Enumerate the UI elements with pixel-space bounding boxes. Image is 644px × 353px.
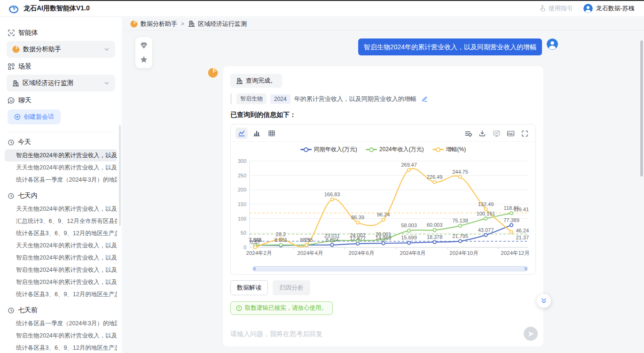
gem-icon[interactable]: [140, 41, 148, 50]
fullscreen-button[interactable]: [518, 128, 531, 139]
agent-selected-value: 数据分析助手: [23, 45, 61, 54]
svg-text:166.83: 166.83: [324, 192, 340, 197]
usage-guide-label: 使用指引: [549, 4, 573, 13]
app-logo-icon: [8, 2, 20, 15]
sidebar-scrollbar[interactable]: [119, 125, 121, 226]
breadcrumb: 数据分析助手 > 区域经济运行监测: [123, 17, 644, 31]
history-item[interactable]: 智启生物2024年的累计营业收入，以及同期...: [5, 330, 117, 342]
send-button[interactable]: [524, 327, 538, 341]
user-message-row: 智启生物2024年的累计营业收入，以及同期营业收入的增幅: [358, 38, 558, 55]
history-item[interactable]: 统计各区县3、6、9、12月的地区生产总值...: [5, 288, 117, 300]
building-icon: [12, 80, 19, 87]
svg-text:300: 300: [238, 158, 246, 164]
sidebar-divider: [8, 132, 114, 132]
bar-chart-view-button[interactable]: [251, 128, 263, 139]
legend-item[interactable]: 2024年收入(万元): [366, 146, 424, 153]
user-avatar: [547, 38, 558, 50]
history-group-title: 七天内: [8, 192, 114, 200]
assistant-pie-icon: [130, 20, 138, 28]
history-item[interactable]: 天天生物2024年的累计营业收入，以及同期...: [5, 161, 117, 174]
svg-text:24.002: 24.002: [350, 232, 366, 238]
svg-text:0: 0: [243, 245, 246, 250]
data-interpret-button[interactable]: 数据解读: [230, 280, 268, 295]
plus-circle-icon: [14, 114, 21, 120]
chart-datazoom-slider[interactable]: [252, 266, 528, 271]
attribution-analysis-button[interactable]: 归因分析: [273, 280, 310, 295]
sql-button[interactable]: SQL: [504, 128, 517, 139]
assistant-pie-icon: [12, 46, 20, 53]
history-item[interactable]: 统计各区县3、6、9、12月的地区生产总值...: [5, 227, 117, 239]
breadcrumb-assistant[interactable]: 数据分析助手: [130, 20, 177, 28]
chat-input[interactable]: [230, 330, 517, 338]
favorite-toolcard: [135, 37, 152, 68]
scene-select[interactable]: 区域经济运行监测: [7, 75, 115, 92]
svg-text:2024年4月: 2024年4月: [298, 250, 323, 256]
input-panel-handle[interactable]: [224, 316, 290, 321]
svg-text:226.49: 226.49: [427, 174, 443, 180]
query-status-pill: 查询完成。: [230, 74, 282, 88]
history-item[interactable]: 智启生物2024年的累计营业收入，以及同期...: [5, 264, 117, 276]
history-item[interactable]: 统计各区县一季度（2024年3月）的地区生...: [5, 317, 117, 330]
svg-text:8.5: 8.5: [303, 237, 310, 243]
svg-text:244.75: 244.75: [452, 169, 468, 175]
company-tag: 智启生物: [236, 93, 267, 104]
usage-guide-button[interactable]: 使用指引: [539, 4, 573, 13]
chevron-down-icon: [104, 46, 110, 52]
verify-alert: 取数逻辑已核实，请放心使用。: [230, 301, 333, 315]
history-item[interactable]: 智启生物2024年的累计营业收入，以及...: [5, 149, 117, 161]
download-button[interactable]: [476, 128, 488, 139]
svg-text:2024年2月: 2024年2月: [246, 250, 272, 256]
agent-select[interactable]: 数据分析助手: [7, 41, 115, 58]
svg-text:100: 100: [238, 216, 246, 222]
history-group-title: 七天前: [8, 306, 114, 315]
main-scrollbar[interactable]: [640, 40, 643, 176]
svg-text:132.49: 132.49: [478, 201, 494, 207]
history-item[interactable]: 汇总统计3、6、9、12月全市所有区县的税...: [5, 215, 117, 227]
svg-text:2024年8月: 2024年8月: [400, 250, 426, 256]
svg-text:28.2: 28.2: [276, 231, 286, 237]
table-view-button[interactable]: [266, 128, 278, 139]
user-account[interactable]: 龙石数据-苏槐: [583, 4, 635, 13]
more-icon[interactable]: [107, 152, 113, 159]
history-item[interactable]: 统计各区县3、6、9、12月的地区生产总值...: [5, 342, 117, 353]
send-plane-icon: [527, 330, 534, 338]
svg-text:2024年10月: 2024年10月: [449, 250, 478, 256]
svg-text:86.39: 86.39: [351, 215, 364, 220]
history-item[interactable]: 天天生物2024年的累计营业收入，以及同期...: [5, 239, 117, 252]
chart-panel: SQL 同期年收入(万元)2024年收入(万元)增幅(%) 0501001502…: [230, 124, 536, 275]
new-chat-button[interactable]: 创建新会话: [8, 109, 61, 124]
history-item[interactable]: 天天生物2024年的累计营业收入，以及同期...: [5, 203, 117, 215]
svg-text:150: 150: [238, 201, 246, 207]
legend-item[interactable]: 同期年收入(万元): [300, 146, 357, 153]
svg-text:21.795: 21.795: [452, 233, 468, 239]
svg-text:118.86: 118.86: [504, 205, 519, 211]
datazoom-right-handle[interactable]: [525, 267, 527, 270]
breadcrumb-scene[interactable]: 区域经济运行监测: [188, 20, 247, 28]
building-icon: [236, 77, 243, 84]
scroll-to-bottom-button[interactable]: [537, 294, 551, 308]
chat-input-section: [223, 316, 543, 346]
agent-icon: [8, 29, 15, 37]
history-item[interactable]: 智启生物2024年的累计营业收入，以及同期...: [5, 252, 117, 264]
svg-text:18.378: 18.378: [427, 234, 443, 240]
datazoom-left-handle[interactable]: [253, 267, 256, 270]
year-tag: 2024: [270, 94, 291, 104]
scene-selected-value: 区域经济运行监测: [23, 79, 73, 87]
svg-text:28.001: 28.001: [376, 231, 392, 237]
main-area: 数据分析助手 > 区域经济运行监测 智启生物2024年的累计营业收入，以及同期营…: [123, 17, 644, 353]
window-top-edge: [39, 0, 644, 1]
history-item[interactable]: 智启生物2024年的累计营业收入，以及同期...: [5, 276, 117, 288]
svg-text:23.011: 23.011: [324, 233, 340, 238]
svg-text:15.699: 15.699: [401, 235, 417, 240]
scene-grid-icon: [8, 63, 15, 70]
chevron-down-icon: [104, 80, 110, 86]
chat-area: 智启生物2024年的累计营业收入，以及同期营业收入的增幅 查询完成。 智启生物 …: [123, 31, 644, 315]
display-config-button[interactable]: [462, 128, 474, 139]
board-preview-button[interactable]: [490, 128, 503, 139]
svg-text:58.003: 58.003: [401, 223, 417, 228]
star-icon[interactable]: [140, 55, 148, 64]
legend-item[interactable]: 增幅(%): [432, 146, 466, 153]
edit-pencil-icon[interactable]: [421, 95, 428, 102]
line-chart-view-button[interactable]: [236, 128, 248, 139]
history-item[interactable]: 统计各区县一季度（2024年3月）的地区生...: [5, 174, 117, 186]
